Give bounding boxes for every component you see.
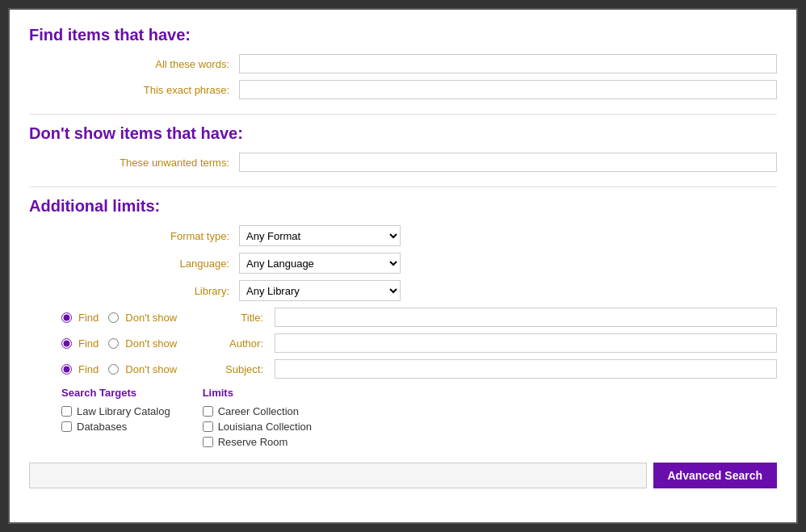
advanced-search-button[interactable]: Advanced Search — [653, 463, 778, 488]
divider-2 — [29, 186, 777, 187]
additional-title: Additional limits: — [29, 197, 777, 216]
reserve-room-label: Reserve Room — [218, 436, 288, 448]
language-label: Language: — [29, 258, 239, 270]
all-words-input[interactable] — [239, 54, 777, 73]
title-find-label: Find — [78, 312, 99, 324]
title-radio-row: Find Don't show Title: — [29, 308, 777, 327]
unwanted-input[interactable] — [239, 153, 777, 172]
subject-radio-col: Find Don't show — [29, 363, 207, 375]
bottom-bar: Advanced Search — [29, 463, 777, 488]
louisiana-collection-row: Louisiana Collection — [203, 421, 312, 433]
title-dontshow-label: Don't show — [125, 312, 177, 324]
databases-row: Databases — [61, 421, 170, 433]
format-row: Format type: Any Format Book E-Book Jour… — [29, 225, 777, 246]
subject-find-label: Find — [78, 363, 99, 375]
main-window: Find items that have: All these words: T… — [8, 8, 798, 524]
title-field-label: Title: — [207, 312, 271, 324]
louisiana-collection-label: Louisiana Collection — [218, 421, 312, 433]
subject-find-radio[interactable] — [61, 364, 72, 375]
dont-show-section: Don't show items that have: These unwant… — [29, 124, 777, 172]
author-field-label: Author: — [207, 337, 271, 350]
author-dontshow-label: Don't show — [125, 337, 177, 350]
all-words-row: All these words: — [29, 54, 777, 73]
divider-1 — [29, 114, 777, 115]
author-radio-col: Find Don't show — [29, 337, 207, 350]
find-items-section: Find items that have: All these words: T… — [29, 26, 777, 99]
subject-input[interactable] — [275, 359, 777, 379]
dont-show-title: Don't show items that have: — [29, 124, 777, 143]
exact-phrase-row: This exact phrase: — [29, 80, 777, 99]
author-find-radio[interactable] — [61, 338, 72, 349]
limits-title: Limits — [203, 387, 312, 399]
subject-radio-row: Find Don't show Subject: — [29, 359, 777, 379]
library-select[interactable]: Any Library Main Library Law Library Bra… — [239, 280, 401, 301]
language-select[interactable]: Any Language English French Spanish Germ… — [239, 253, 401, 274]
format-select[interactable]: Any Format Book E-Book Journal DVD Map — [239, 225, 401, 246]
title-input-col: Title: — [207, 308, 777, 327]
title-radio-col: Find Don't show — [29, 312, 207, 324]
unwanted-label: These unwanted terms: — [29, 157, 239, 169]
subject-dontshow-label: Don't show — [125, 363, 177, 375]
targets-limits-row: Search Targets Law Library Catalog Datab… — [29, 387, 777, 448]
career-collection-row: Career Collection — [203, 405, 312, 417]
louisiana-collection-checkbox[interactable] — [203, 421, 213, 432]
law-library-checkbox[interactable] — [61, 406, 72, 417]
library-row: Library: Any Library Main Library Law Li… — [29, 280, 777, 301]
subject-field-label: Subject: — [207, 363, 271, 375]
career-collection-label: Career Collection — [218, 405, 299, 417]
title-find-radio[interactable] — [61, 312, 72, 323]
bottom-search-input[interactable] — [29, 463, 647, 488]
find-items-title: Find items that have: — [29, 26, 777, 44]
format-label: Format type: — [29, 230, 239, 242]
search-targets-title: Search Targets — [61, 387, 170, 399]
author-dontshow-radio[interactable] — [108, 338, 119, 349]
exact-phrase-input[interactable] — [239, 80, 777, 99]
reserve-room-checkbox[interactable] — [203, 437, 213, 447]
limits-col: Limits Career Collection Louisiana Colle… — [203, 387, 312, 448]
title-dontshow-radio[interactable] — [108, 312, 119, 323]
unwanted-row: These unwanted terms: — [29, 153, 777, 172]
author-input-col: Author: — [207, 333, 777, 353]
databases-label: Databases — [77, 421, 127, 433]
library-label: Library: — [29, 285, 239, 297]
subject-dontshow-radio[interactable] — [108, 364, 119, 375]
title-input[interactable] — [275, 308, 777, 327]
subject-input-col: Subject: — [207, 359, 777, 379]
law-library-row: Law Library Catalog — [61, 405, 170, 417]
career-collection-checkbox[interactable] — [203, 406, 213, 417]
author-find-label: Find — [78, 337, 99, 350]
databases-checkbox[interactable] — [61, 421, 72, 432]
author-input[interactable] — [275, 333, 777, 353]
law-library-label: Law Library Catalog — [77, 405, 170, 417]
language-row: Language: Any Language English French Sp… — [29, 253, 777, 274]
search-targets-col: Search Targets Law Library Catalog Datab… — [61, 387, 170, 448]
additional-section: Additional limits: Format type: Any Form… — [29, 197, 777, 448]
exact-phrase-label: This exact phrase: — [29, 84, 239, 96]
author-radio-row: Find Don't show Author: — [29, 333, 777, 353]
reserve-room-row: Reserve Room — [203, 436, 312, 448]
all-words-label: All these words: — [29, 58, 239, 70]
